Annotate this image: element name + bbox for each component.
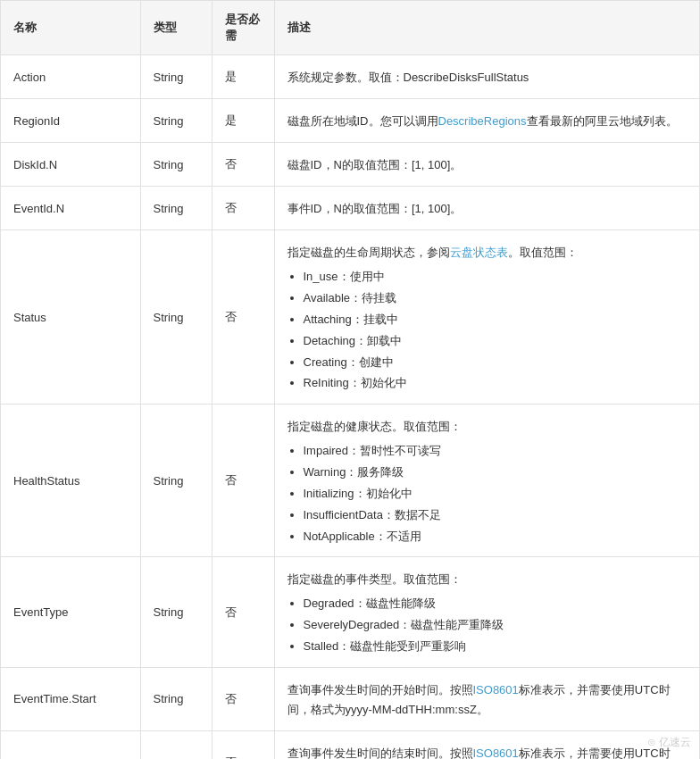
table-row: EventTime.StartString否查询事件发生时间的开始时间。按照IS… (1, 667, 699, 730)
list-item: Creating：创建中 (304, 354, 688, 372)
cell-desc: 指定磁盘的事件类型。取值范围：Degraded：磁盘性能降级SeverelyDe… (274, 557, 699, 667)
list-item: Stalled：磁盘性能受到严重影响 (304, 638, 688, 656)
list-item: ReIniting：初始化中 (304, 374, 688, 393)
cell-type: String (140, 405, 212, 557)
table-row: DiskId.NString否磁盘ID，N的取值范围：[1, 100]。 (1, 143, 699, 187)
table-row: RegionIdString是磁盘所在地域ID。您可以调用DescribeReg… (1, 99, 699, 143)
list-item: Impaired：暂时性不可读写 (304, 442, 688, 461)
cell-required: 否 (212, 230, 274, 405)
cell-name: EventTime.Start (1, 667, 140, 730)
cell-name: Action (1, 55, 140, 99)
cell-type: String (140, 557, 212, 667)
cell-name: EventId.N (1, 187, 140, 230)
desc-list: In_use：使用中Available：待挂载Attaching：挂载中Deta… (288, 268, 688, 393)
describe-regions-link[interactable]: DescribeRegions (438, 114, 527, 128)
cell-desc: 查询事件发生时间的结束时间。按照ISO8601标准表示，并需要使用UTC时间，格… (274, 731, 699, 760)
cell-desc: 事件ID，N的取值范围：[1, 100]。 (274, 187, 699, 230)
table-row: EventTypeString否指定磁盘的事件类型。取值范围：Degraded：… (1, 557, 699, 667)
cell-desc: 系统规定参数。取值：DescribeDisksFullStatus (274, 55, 699, 99)
header-name: 名称 (1, 1, 140, 55)
list-item: Detaching：卸载中 (304, 332, 688, 351)
table-row: ActionString是系统规定参数。取值：DescribeDisksFull… (1, 55, 699, 99)
list-item: Available：待挂载 (304, 289, 688, 308)
cell-required: 否 (212, 187, 274, 230)
table-row: HealthStatusString否指定磁盘的健康状态。取值范围：Impair… (1, 405, 699, 557)
cell-name: RegionId (1, 99, 140, 143)
cell-required: 否 (212, 405, 274, 557)
cell-name: DiskId.N (1, 143, 140, 187)
header-type: 类型 (140, 1, 212, 55)
cell-desc: 磁盘ID，N的取值范围：[1, 100]。 (274, 143, 699, 187)
table-row: EventId.NString否事件ID，N的取值范围：[1, 100]。 (1, 187, 699, 230)
iso8601-link[interactable]: ISO8601 (473, 683, 519, 696)
cell-type: String (140, 230, 212, 405)
list-item: NotApplicable：不适用 (304, 528, 688, 546)
cell-required: 否 (212, 731, 274, 760)
header-required: 是否必需 (212, 1, 274, 55)
header-desc: 描述 (274, 1, 699, 55)
cell-type: String (140, 55, 212, 99)
cell-desc: 磁盘所在地域ID。您可以调用DescribeRegions查看最新的阿里云地域列… (274, 99, 699, 143)
cell-desc: 指定磁盘的健康状态。取值范围：Impaired：暂时性不可读写Warning：服… (274, 405, 699, 557)
desc-list: Impaired：暂时性不可读写Warning：服务降级Initializing… (288, 442, 688, 546)
cell-type: String (140, 731, 212, 760)
table-header-row: 名称 类型 是否必需 描述 (1, 1, 699, 55)
desc-list: Degraded：磁盘性能降级SeverelyDegraded：磁盘性能严重降级… (288, 595, 688, 655)
list-item: Initializing：初始化中 (304, 485, 688, 504)
cell-type: String (140, 143, 212, 187)
list-item: Degraded：磁盘性能降级 (304, 595, 688, 613)
iso8601-link[interactable]: ISO8601 (473, 746, 519, 759)
cell-desc: 查询事件发生时间的开始时间。按照ISO8601标准表示，并需要使用UTC时间，格… (274, 667, 699, 730)
table-row: StatusString否指定磁盘的生命周期状态，参阅云盘状态表。取值范围：In… (1, 230, 699, 405)
cell-name: EventTime.End (1, 731, 140, 760)
cell-name: Status (1, 230, 140, 405)
list-item: SeverelyDegraded：磁盘性能严重降级 (304, 616, 688, 635)
watermark: ⊙ 亿速云 (647, 735, 691, 750)
cell-name: HealthStatus (1, 405, 140, 557)
disk-status-link[interactable]: 云盘状态表 (450, 246, 508, 259)
cell-required: 否 (212, 557, 274, 667)
list-item: In_use：使用中 (304, 268, 688, 287)
cell-type: String (140, 187, 212, 230)
list-item: Warning：服务降级 (304, 463, 688, 482)
cell-required: 是 (212, 99, 274, 143)
cell-required: 否 (212, 143, 274, 187)
cell-type: String (140, 99, 212, 143)
cell-required: 是 (212, 55, 274, 99)
list-item: Attaching：挂载中 (304, 311, 688, 329)
cell-desc: 指定磁盘的生命周期状态，参阅云盘状态表。取值范围：In_use：使用中Avail… (274, 230, 699, 405)
api-params-table: 名称 类型 是否必需 描述 ActionString是系统规定参数。取值：Des… (0, 0, 700, 759)
cell-required: 否 (212, 667, 274, 730)
cell-name: EventType (1, 557, 140, 667)
list-item: InsufficientData：数据不足 (304, 506, 688, 525)
cell-type: String (140, 667, 212, 730)
table-row: EventTime.EndString否查询事件发生时间的结束时间。按照ISO8… (1, 731, 699, 760)
